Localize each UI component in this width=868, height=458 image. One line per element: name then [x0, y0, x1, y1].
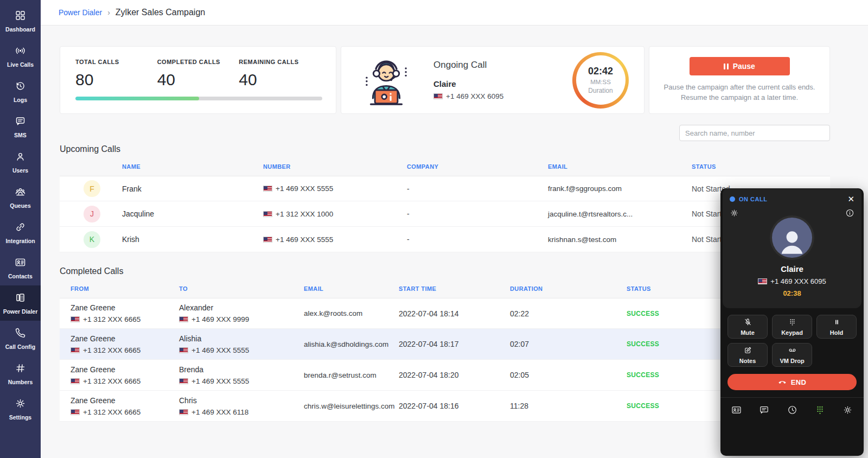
us-flag-icon: [71, 347, 80, 353]
ongoing-call-title: Ongoing Call: [433, 60, 558, 71]
calls-progress-bar: [75, 97, 322, 100]
sidebar-item-contacts[interactable]: Contacts: [0, 250, 41, 285]
widget-toolbar: [720, 397, 864, 422]
us-flag-icon: [263, 211, 272, 217]
hold-pause-icon: [833, 318, 841, 328]
close-icon[interactable]: ✕: [847, 195, 854, 203]
pause-icon: [724, 63, 729, 69]
dashboard-icon: [15, 10, 26, 23]
us-flag-icon: [263, 186, 272, 192]
phone-down-icon: [778, 378, 787, 386]
calls-progress-fill: [75, 97, 199, 100]
avatar: J: [84, 206, 100, 222]
call-widget: ON CALL ✕ Claire +1 469 XXX 6095 02:38 M…: [720, 188, 864, 456]
hold-button[interactable]: Hold: [816, 315, 857, 339]
keypad-button[interactable]: Keypad: [772, 315, 812, 339]
mute-mic-icon: [744, 318, 752, 328]
us-flag-icon: [179, 378, 188, 384]
end-call-button[interactable]: END: [727, 374, 857, 390]
sidebar-item-users[interactable]: Users: [0, 144, 41, 180]
integration-link-icon: [15, 221, 26, 235]
breadcrumb-separator: ›: [107, 8, 110, 17]
completed-call-row[interactable]: Zane Greene+1 312 XXX 6665 Alishia+1 469…: [60, 329, 830, 360]
sms-chat-icon: [15, 116, 26, 129]
us-flag-icon: [71, 378, 80, 384]
completed-calls-title: Completed Calls: [60, 266, 830, 276]
widget-gear-icon[interactable]: [843, 405, 853, 415]
breadcrumb: Power Dialer › Zylker Sales Campaign: [41, 0, 868, 26]
mute-button[interactable]: Mute: [727, 315, 768, 339]
vm-drop-button[interactable]: VM Drop: [772, 343, 812, 367]
user-icon: [15, 151, 26, 164]
page-title: Zylker Sales Campaign: [116, 8, 205, 17]
stat-completed-calls: COMPLETED CALLS 40: [157, 59, 239, 89]
chat-icon[interactable]: [759, 405, 769, 415]
notes-button[interactable]: Notes: [727, 343, 768, 367]
us-flag-icon: [179, 347, 188, 353]
us-flag-icon: [71, 316, 80, 322]
sidebar-item-integration[interactable]: Integration: [0, 215, 41, 250]
widget-settings-gear-icon[interactable]: [730, 208, 739, 220]
call-duration-ring: 02:42 MM:SS Duration: [572, 52, 629, 109]
call-widget-screen: ON CALL ✕ Claire +1 469 XXX 6095 02:38: [723, 188, 861, 308]
power-dialer-phone-icon: [15, 292, 26, 306]
logs-history-icon: [15, 80, 26, 94]
us-flag-icon: [433, 93, 443, 99]
us-flag-icon: [179, 409, 188, 415]
call-duration-value: 02:42: [588, 66, 613, 77]
campaign-stats-card: TOTAL CALLS 80 COMPLETED CALLS 40 REMAIN…: [60, 46, 336, 114]
breadcrumb-parent-link[interactable]: Power Dialer: [59, 8, 102, 17]
caller-avatar: [772, 218, 812, 258]
upcoming-calls-title: Upcoming Calls: [60, 144, 830, 154]
call-config-phone-icon: [15, 327, 26, 341]
avatar: K: [84, 231, 100, 248]
us-flag-icon: [758, 278, 767, 284]
pause-campaign-button[interactable]: Pause: [690, 57, 790, 75]
sidebar-item-logs[interactable]: Logs: [0, 74, 41, 109]
upcoming-call-row[interactable]: K Krish +1 469 XXX 5555 - krishnan.s@tes…: [60, 227, 830, 252]
stat-total-calls: TOTAL CALLS 80: [75, 59, 157, 89]
completed-calls-header: FROM TO EMAIL START TIME DURATION STATUS: [60, 279, 830, 298]
clock-icon[interactable]: [787, 405, 797, 415]
call-duration-caption: Duration: [588, 87, 612, 94]
completed-call-row[interactable]: Zane Greene+1 312 XXX 6665 Chris+1 469 X…: [60, 391, 830, 422]
notes-edit-icon: [744, 346, 752, 356]
upcoming-call-row[interactable]: J Jacquline +1 312 XXX 1000 - jacquline.…: [60, 201, 830, 227]
queues-group-icon: [15, 186, 26, 200]
settings-gear-icon: [15, 398, 26, 411]
us-flag-icon: [71, 409, 80, 415]
stat-remaining-calls: REMAINING CALLS 40: [239, 59, 321, 89]
completed-call-row[interactable]: Zane Greene+1 312 XXX 6665 Brenda+1 469 …: [60, 360, 830, 391]
avatar: F: [84, 180, 100, 197]
sidebar-item-queues[interactable]: Queues: [0, 180, 41, 215]
pause-description: Pause the campaign after the current cal…: [664, 82, 815, 103]
us-flag-icon: [263, 237, 272, 243]
caller-name: Claire: [730, 264, 854, 273]
sidebar-item-sms[interactable]: SMS: [0, 109, 41, 144]
numbers-hash-icon: [15, 362, 26, 376]
pause-campaign-card: Pause Pause the campaign after the curre…: [649, 46, 830, 114]
sidebar-item-power-dialer[interactable]: Power Dialer: [0, 285, 41, 321]
sidebar-item-numbers[interactable]: Numbers: [0, 356, 41, 391]
upcoming-calls-header: NAME NUMBER COMPANY EMAIL STATUS: [60, 157, 830, 176]
search-input[interactable]: [679, 125, 830, 141]
sidebar: Dashboard Live Calls Logs SMS Users Queu…: [0, 0, 41, 458]
info-icon[interactable]: [845, 208, 854, 220]
completed-call-row[interactable]: Zane Greene+1 312 XXX 6665 Alexander+1 4…: [60, 298, 830, 329]
live-calls-icon: [15, 45, 26, 59]
ongoing-call-number: +1 469 XXX 6095: [446, 92, 503, 100]
contacts-card-icon: [15, 257, 26, 270]
on-call-status: ON CALL: [730, 196, 767, 202]
person-silhouette-icon: [776, 226, 808, 258]
voicemail-icon: [788, 346, 796, 356]
sidebar-item-live-calls[interactable]: Live Calls: [0, 39, 41, 74]
sidebar-item-settings[interactable]: Settings: [0, 391, 41, 427]
upcoming-call-row[interactable]: F Frank +1 469 XXX 5555 - frank.f@sggrou…: [60, 176, 830, 201]
sidebar-item-call-config[interactable]: Call Config: [0, 321, 41, 356]
us-flag-icon: [179, 316, 188, 322]
agent-illustration: [355, 50, 417, 110]
contact-card-icon[interactable]: [731, 405, 742, 415]
sidebar-item-dashboard[interactable]: Dashboard: [0, 3, 41, 39]
dialpad-icon[interactable]: [815, 405, 825, 415]
on-call-dot-icon: [730, 196, 735, 202]
